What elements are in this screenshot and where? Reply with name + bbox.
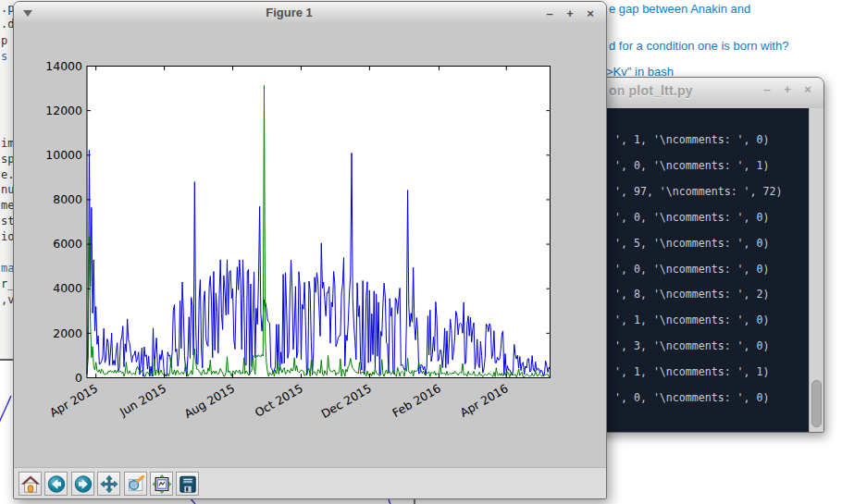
terminal-output-line: ', 97, '\ncomments: ', 72)	[614, 186, 782, 198]
y-tick-label: 0	[75, 371, 82, 385]
desktop-screen: .p.dpsimspe.numestiomar_,v e gap between…	[0, 0, 842, 504]
x-tick-label: Apr 2016	[458, 381, 511, 420]
figure-toolbar	[14, 467, 606, 498]
x-tick-label: Oct 2015	[253, 381, 305, 420]
zoom-to-rect-button[interactable]	[124, 472, 147, 496]
terminal-output-line: ', 3, '\ncomments: ', 0)	[614, 340, 770, 352]
terminal-minimize-button[interactable]: –	[757, 80, 777, 99]
y-tick-label: 14000	[45, 59, 82, 73]
terminal-output-line: ', 0, '\ncomments: ', 0)	[614, 212, 770, 224]
terminal-output-line: ', 0, '\ncomments: ', 1)	[614, 160, 770, 172]
terminal-scrollbar-thumb[interactable]	[811, 380, 822, 427]
figure-minimize-button[interactable]: –	[539, 3, 560, 24]
editor-code-fragment: s	[1, 50, 7, 63]
terminal-output-line: ', 5, '\ncomments: ', 0)	[614, 238, 770, 250]
y-tick-label: 4000	[53, 281, 82, 295]
y-tick-label: 2000	[53, 326, 82, 340]
terminal-title: on plot_ltt.py	[609, 83, 693, 98]
forward-button[interactable]	[71, 472, 94, 496]
home-icon	[20, 474, 41, 494]
pan-button[interactable]	[97, 472, 120, 496]
back-button[interactable]	[44, 472, 68, 496]
figure-title: Figure 1	[14, 6, 606, 19]
configure-subplots-icon	[152, 474, 172, 494]
background-editor-strip: .p.dpsimspe.numestiomar_,v	[0, 0, 14, 361]
y-tick-label: 6000	[53, 237, 82, 251]
figure-close-button[interactable]: ×	[580, 3, 601, 24]
plot-svg: 02000400060008000100001200014000Apr 2015…	[14, 25, 605, 467]
back-icon	[46, 474, 67, 494]
figure-canvas[interactable]: 02000400060008000100001200014000Apr 2015…	[14, 25, 605, 467]
x-tick-label: Feb 2016	[390, 381, 443, 420]
x-tick-label: Aug 2015	[181, 381, 237, 421]
terminal-output-line: ', 0, '\ncomments: ', 0)	[614, 392, 770, 404]
terminal-close-button[interactable]: ×	[798, 80, 818, 99]
save-button[interactable]	[176, 472, 199, 496]
terminal-output-line: ', 8, '\ncomments: ', 2)	[614, 289, 770, 301]
home-button[interactable]	[19, 472, 42, 496]
x-tick-label: Dec 2015	[318, 381, 373, 421]
terminal-output-line: ', 0, '\ncomments: ', 0)	[614, 264, 770, 276]
pan-icon	[99, 474, 119, 494]
axes-background	[87, 67, 551, 378]
browser-question-link[interactable]: e gap between Anakin and	[609, 2, 750, 16]
figure-window: Figure 1 – + × 0200040006000800010000120…	[13, 1, 607, 499]
figure-titlebar[interactable]: Figure 1 – + ×	[14, 2, 606, 25]
terminal-output-line: ', 1, '\ncomments: ', 1)	[614, 366, 770, 378]
y-tick-label: 12000	[45, 104, 82, 117]
y-tick-label: 10000	[45, 148, 82, 162]
save-icon	[178, 474, 198, 494]
terminal-scrollbar[interactable]	[809, 108, 823, 432]
browser-question-link[interactable]: d for a condition one is born with?	[609, 39, 788, 53]
terminal-output-line: ', 1, '\ncomments: ', 0)	[614, 314, 770, 326]
forward-icon	[73, 474, 93, 494]
configure-subplots-button[interactable]	[150, 472, 173, 496]
figure-maximize-button[interactable]: +	[560, 3, 580, 24]
y-tick-label: 8000	[53, 192, 82, 206]
x-tick-label: Jun 2015	[117, 381, 168, 419]
terminal-output-line: ', 1, '\ncomments: ', 0)	[614, 134, 770, 146]
terminal-maximize-button[interactable]: +	[777, 80, 798, 99]
x-tick-label: Apr 2015	[47, 381, 100, 420]
zoom-to-rect-icon	[126, 474, 146, 494]
editor-code-fragment: p	[1, 34, 7, 47]
